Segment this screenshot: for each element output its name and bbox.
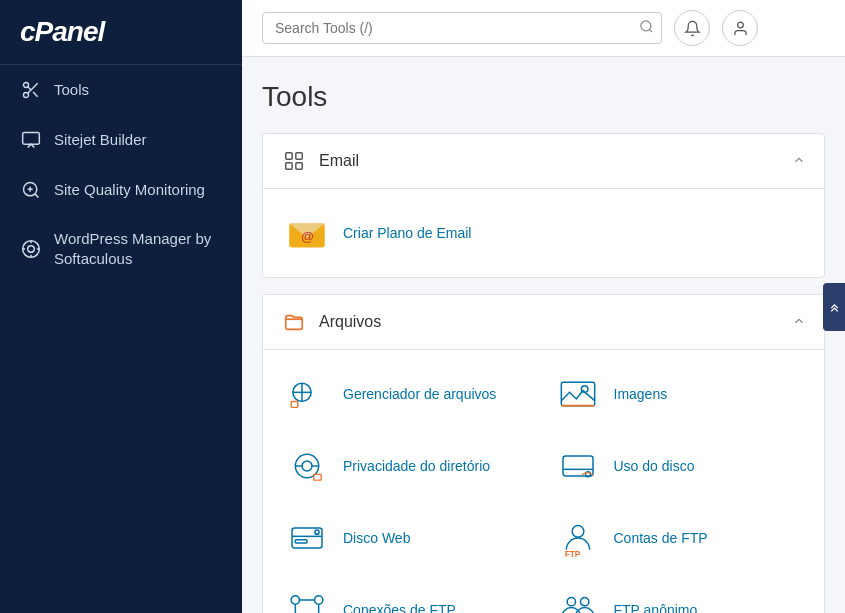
email-envelope-icon: @: [285, 211, 329, 255]
arquivos-section-header[interactable]: Arquivos: [263, 295, 824, 350]
svg-text:FTP: FTP: [564, 549, 580, 558]
disco-web-item[interactable]: Disco Web: [273, 502, 544, 574]
svg-point-10: [641, 21, 651, 31]
svg-line-1: [33, 92, 38, 97]
svg-rect-15: [286, 163, 292, 169]
svg-rect-39: [295, 540, 307, 543]
email-collapse-icon: [792, 153, 806, 170]
email-section-icon: [281, 148, 307, 174]
contas-ftp-link[interactable]: Contas de FTP: [614, 530, 708, 546]
privacidade-link[interactable]: Privacidade do diretório: [343, 458, 490, 474]
page-title: Tools: [262, 81, 825, 113]
criar-plano-item[interactable]: @ Criar Plano de Email: [273, 197, 544, 269]
svg-rect-36: [292, 528, 322, 548]
ftp-connections-icon: FTP: [285, 588, 329, 613]
user-menu-button[interactable]: [722, 10, 758, 46]
svg-rect-16: [296, 163, 302, 169]
imagens-item[interactable]: Imagens: [544, 358, 815, 430]
disco-web-link[interactable]: Disco Web: [343, 530, 410, 546]
arquivos-items: Gerenciador de arquivos Imagens: [263, 350, 824, 613]
contas-ftp-item[interactable]: FTP Contas de FTP: [544, 502, 815, 574]
arquivos-section-label: Arquivos: [319, 313, 381, 331]
file-manager-icon: [285, 372, 329, 416]
email-section-label: Email: [319, 152, 359, 170]
svg-point-52: [580, 598, 588, 606]
svg-text:@: @: [301, 229, 314, 244]
sidebar-item-sitequality-label: Site Quality Monitoring: [54, 180, 205, 200]
scissors-icon: [20, 79, 42, 101]
svg-point-51: [567, 598, 575, 606]
sidebar-item-tools-label: Tools: [54, 80, 89, 100]
arquivos-collapse-icon: [792, 314, 806, 331]
sidebar-item-wordpress[interactable]: WordPress Manager by Softaculous: [0, 215, 242, 282]
content-area: Tools Email: [242, 57, 845, 613]
svg-line-11: [649, 29, 652, 32]
imagens-link[interactable]: Imagens: [614, 386, 668, 402]
svg-line-5: [35, 194, 39, 198]
images-icon: [556, 372, 600, 416]
svg-rect-14: [296, 153, 302, 159]
svg-point-12: [737, 22, 743, 28]
svg-point-29: [302, 461, 312, 471]
search-submit-button[interactable]: [639, 19, 654, 37]
disk-icon: [285, 516, 329, 560]
monitor-icon: [20, 129, 42, 151]
criar-plano-link[interactable]: Criar Plano de Email: [343, 225, 471, 241]
sidebar: cPanel Tools Sitejet Builder Site Qualit…: [0, 0, 242, 613]
email-section: Email @: [262, 133, 825, 278]
sidebar-item-sitejet-label: Sitejet Builder: [54, 130, 147, 150]
svg-rect-25: [561, 382, 594, 405]
notification-button[interactable]: [674, 10, 710, 46]
gerenciador-item[interactable]: Gerenciador de arquivos: [273, 358, 544, 430]
arquivos-section-icon: [281, 309, 307, 335]
arquivos-section: Arquivos: [262, 294, 825, 613]
conexoes-ftp-item[interactable]: FTP Conexões de FTP: [273, 574, 544, 613]
sidebar-item-wordpress-label: WordPress Manager by Softaculous: [54, 229, 222, 268]
email-section-header[interactable]: Email: [263, 134, 824, 189]
gerenciador-link[interactable]: Gerenciador de arquivos: [343, 386, 496, 402]
svg-rect-13: [286, 153, 292, 159]
ftp-anonimo-link[interactable]: FTP anônimo: [614, 602, 698, 613]
uso-disco-item[interactable]: Uso do disco: [544, 430, 815, 502]
privacidade-item[interactable]: Privacidade do diretório: [273, 430, 544, 502]
svg-point-9: [28, 245, 35, 252]
uso-disco-link[interactable]: Uso do disco: [614, 458, 695, 474]
sidebar-item-sitejet[interactable]: Sitejet Builder: [0, 115, 242, 165]
sidebar-item-tools[interactable]: Tools: [0, 65, 242, 115]
ftp-accounts-icon: FTP: [556, 516, 600, 560]
svg-rect-24: [291, 402, 298, 408]
wordpress-icon: [20, 238, 42, 260]
svg-point-42: [291, 596, 299, 604]
main-content: Tools Email: [242, 0, 845, 613]
privacy-icon: [285, 444, 329, 488]
conexoes-ftp-link[interactable]: Conexões de FTP: [343, 602, 456, 613]
search-quality-icon: [20, 179, 42, 201]
svg-line-2: [28, 87, 31, 90]
svg-point-43: [315, 596, 323, 604]
email-items: @ Criar Plano de Email: [263, 189, 824, 277]
header: [242, 0, 845, 57]
scroll-tab[interactable]: [823, 283, 845, 331]
ftp-anonimo-item[interactable]: FTP FTP anônimo: [544, 574, 815, 613]
sidebar-item-sitequality[interactable]: Site Quality Monitoring: [0, 165, 242, 215]
disk-usage-icon: [556, 444, 600, 488]
svg-point-38: [315, 530, 319, 534]
svg-rect-3: [23, 133, 40, 145]
ftp-anon-icon: FTP: [556, 588, 600, 613]
search-box: [262, 12, 662, 44]
search-input[interactable]: [262, 12, 662, 44]
sidebar-logo[interactable]: cPanel: [0, 0, 242, 65]
svg-point-40: [572, 526, 584, 538]
